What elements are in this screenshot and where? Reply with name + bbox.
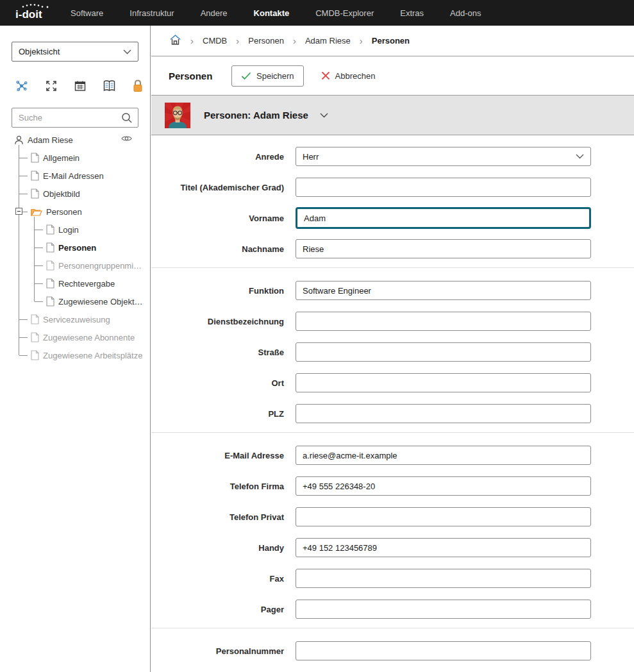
object-header-chevron-down-icon[interactable]: [320, 113, 328, 118]
object-view-select[interactable]: Objektsicht: [12, 42, 138, 62]
search-icon[interactable]: [121, 112, 133, 124]
tree-root-adam-riese[interactable]: Adam Riese: [0, 131, 150, 149]
funktion-input[interactable]: [296, 281, 591, 300]
field-vorname: Vorname: [151, 208, 634, 228]
field-label: E-Mail Adresse: [151, 451, 284, 460]
nav-add-ons[interactable]: Add-ons: [450, 8, 481, 18]
handy-input[interactable]: [296, 538, 591, 557]
tree-collapse-toggle[interactable]: [15, 208, 22, 215]
folder-open-icon: [31, 207, 42, 217]
nav-andere[interactable]: Andere: [201, 8, 228, 18]
document-icon: [46, 278, 54, 289]
main-menu: Software Infrastruktur Andere Kontakte C…: [71, 8, 481, 18]
ort-input[interactable]: [296, 373, 591, 392]
eye-icon[interactable]: [121, 135, 132, 144]
breadcrumb-separator: ›: [293, 36, 296, 46]
breadcrumb-personen[interactable]: Personen: [248, 36, 284, 46]
vorname-input[interactable]: [296, 207, 591, 229]
document-icon: [31, 350, 39, 360]
nav-kontakte[interactable]: Kontakte: [254, 8, 290, 18]
document-icon: [31, 189, 39, 199]
field-dienstbezeichnung: Dienstbezeichnung: [151, 312, 634, 331]
nav-extras[interactable]: Extras: [400, 8, 424, 18]
breadcrumb-separator: ›: [236, 36, 239, 46]
tree-item-personengruppenmitglieder[interactable]: Personengruppenmi…: [0, 256, 150, 274]
save-button[interactable]: Speichern: [231, 65, 304, 87]
telefon-firma-input[interactable]: [296, 476, 591, 496]
field-funktion: Funktion: [151, 281, 634, 300]
breadcrumb-cmdb[interactable]: CMDB: [203, 36, 227, 46]
network-graph-icon[interactable]: [15, 79, 29, 93]
dienstbezeichnung-input[interactable]: [296, 312, 591, 331]
tree-item-rechtevergabe[interactable]: Rechtevergabe: [0, 274, 150, 292]
cancel-button[interactable]: Abbrechen: [321, 65, 376, 87]
field-label: Fax: [151, 574, 284, 584]
field-label: Titel (Akademischer Grad): [151, 183, 284, 192]
calendar-icon[interactable]: [74, 79, 87, 93]
nav-cmdb-explorer[interactable]: CMDB-Explorer: [315, 8, 374, 18]
field-anrede: Anrede Herr: [151, 147, 634, 166]
document-icon: [46, 242, 54, 253]
field-label: Dienstbezeichnung: [151, 317, 284, 326]
field-pager: Pager: [151, 600, 634, 619]
breadcrumb-adam-riese[interactable]: Adam Riese: [305, 36, 351, 46]
tree-item-zugewiesene-abonnente[interactable]: Zugewiesene Abonnente: [0, 328, 150, 346]
field-label: Personalnummer: [151, 646, 284, 656]
tree-item-zugewiesene-objekte[interactable]: Zugewiesene Objekt…: [0, 292, 150, 310]
tree-root-label: Adam Riese: [28, 135, 73, 145]
anrede-select[interactable]: Herr: [296, 147, 591, 166]
person-icon: [14, 135, 24, 145]
titel-input[interactable]: [296, 178, 591, 197]
chevron-down-icon: [123, 49, 131, 55]
main-content: › CMDB › Personen › Adam Riese › Persone…: [151, 26, 634, 672]
tree-item-personen-folder[interactable]: Personen: [0, 203, 150, 221]
tree-item-login[interactable]: Login: [0, 221, 150, 239]
form-section-personnel: Personalnummer: [151, 628, 634, 672]
field-label: Anrede: [151, 152, 284, 162]
category-toolbar: Personen Speichern Abbrechen: [151, 56, 634, 95]
field-label: Handy: [151, 543, 284, 553]
field-telefon-privat: Telefon Privat: [151, 507, 634, 526]
field-label: Funktion: [151, 286, 284, 296]
breadcrumb-current: Personen: [372, 36, 410, 46]
document-icon: [46, 260, 54, 271]
tree-item-personen-selected[interactable]: Personen: [0, 239, 150, 256]
field-label: Pager: [151, 605, 284, 614]
chevron-down-icon: [576, 154, 584, 159]
person-form: Anrede Herr Titel (Akademischer Grad) Vo…: [151, 135, 634, 672]
personalnummer-input[interactable]: [296, 641, 591, 660]
strasse-input[interactable]: [296, 342, 591, 362]
object-title: Personen: Adam Riese: [204, 110, 308, 121]
email-input[interactable]: [296, 446, 591, 465]
fax-input[interactable]: [296, 569, 591, 588]
object-header: Personen: Adam Riese: [151, 95, 634, 135]
telefon-privat-input[interactable]: [296, 507, 591, 526]
field-label: Nachname: [151, 244, 284, 254]
home-icon[interactable]: [169, 34, 181, 47]
field-telefon-firma: Telefon Firma: [151, 476, 634, 496]
nav-software[interactable]: Software: [71, 8, 103, 18]
breadcrumb-separator: ›: [190, 36, 194, 46]
idoit-logo[interactable]: i-doit: [12, 2, 56, 24]
nav-infrastruktur[interactable]: Infrastruktur: [129, 8, 174, 18]
document-icon: [46, 296, 54, 307]
tree-item-zugewiesene-arbeitsplaetze[interactable]: Zugewiesene Arbeitsplätze: [0, 346, 150, 364]
tree-item-email-adressen[interactable]: E-Mail Adressen: [0, 167, 150, 185]
lock-icon[interactable]: [132, 79, 144, 93]
tree-item-objektbild[interactable]: Objektbild: [0, 185, 150, 203]
plz-input[interactable]: [296, 404, 591, 423]
pager-input[interactable]: [296, 600, 591, 619]
document-icon: [31, 153, 39, 163]
field-label: Telefon Privat: [151, 512, 284, 522]
page-title: Personen: [169, 71, 231, 81]
check-icon: [241, 72, 251, 80]
search-input[interactable]: [19, 113, 121, 122]
avatar: [165, 103, 190, 128]
book-icon[interactable]: [103, 79, 116, 93]
field-label: Vorname: [151, 214, 284, 223]
expand-fullscreen-icon[interactable]: [45, 79, 58, 93]
tree-item-allgemein[interactable]: Allgemein: [0, 149, 150, 167]
nachname-input[interactable]: [296, 239, 591, 258]
field-label: Straße: [151, 348, 284, 357]
tree-item-servicezuweisung[interactable]: Servicezuweisung: [0, 310, 150, 328]
